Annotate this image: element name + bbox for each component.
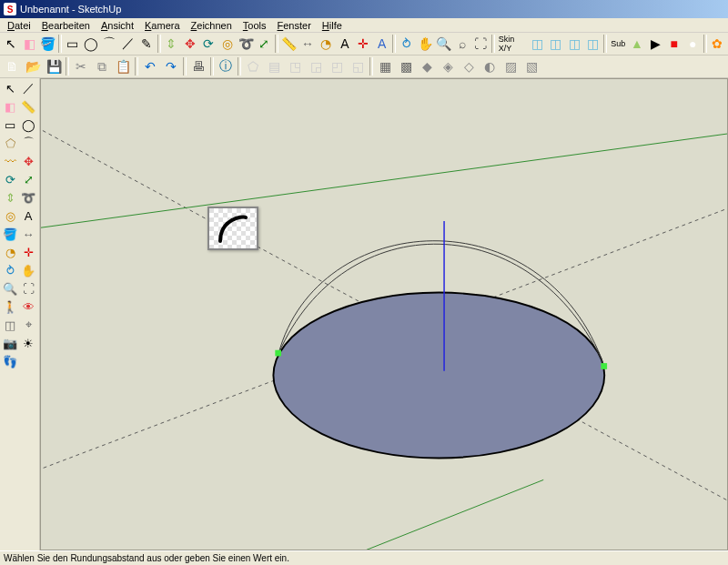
front-button[interactable]: ◳ xyxy=(285,56,305,76)
offset-button[interactable]: ◎ xyxy=(218,34,236,54)
undo-button[interactable]: ↶ xyxy=(140,56,160,76)
push-pull-button[interactable]: ⇕ xyxy=(163,34,180,54)
freehand-button[interactable]: ✎ xyxy=(138,34,156,54)
open-file-button[interactable]: 📂 xyxy=(23,56,43,76)
cut-button[interactable]: ✂ xyxy=(71,56,91,76)
scale-tool[interactable]: ⤢ xyxy=(19,170,37,188)
zoom-window-button[interactable]: ⌕ xyxy=(453,34,470,54)
orbit-button[interactable]: ⥁ xyxy=(398,34,415,54)
line-button[interactable]: ／ xyxy=(119,34,136,54)
pan-button[interactable]: ✋ xyxy=(416,34,433,54)
menu-fenster[interactable]: Fenster xyxy=(272,20,317,31)
walk-tool[interactable]: 🚶 xyxy=(1,298,19,316)
3dtext-button[interactable]: A xyxy=(373,34,390,54)
model-face-circle[interactable] xyxy=(273,293,604,459)
menu-datei[interactable]: Datei xyxy=(2,20,36,31)
zoom-ext-tool[interactable]: ⛶ xyxy=(19,279,37,298)
viewport-3d[interactable] xyxy=(40,78,728,550)
plugin-gear-icon: ✿ xyxy=(712,36,723,51)
sub-3-button[interactable]: ■ xyxy=(665,34,682,54)
offset-tool[interactable]: ◎ xyxy=(1,207,19,225)
freehand-tool[interactable]: 〰 xyxy=(1,152,19,170)
iso-button[interactable]: ⬠ xyxy=(243,56,263,76)
position-tool[interactable]: ⌖ xyxy=(19,316,37,334)
eraser-tool[interactable]: ◧ xyxy=(1,97,19,116)
protractor-tool[interactable]: ◔ xyxy=(1,243,19,261)
move-tool[interactable]: ✥ xyxy=(19,152,37,170)
style3-button[interactable]: ▧ xyxy=(521,56,541,76)
rectangle-button[interactable]: ▭ xyxy=(64,34,81,54)
footprints-tool[interactable]: 👣 xyxy=(1,352,19,370)
dim-tool[interactable]: ↔ xyxy=(19,225,37,243)
protractor-button[interactable]: ◔ xyxy=(318,34,335,54)
select-arrow-button[interactable]: ↖ xyxy=(2,34,19,54)
camera-tool[interactable]: 📷 xyxy=(1,334,19,352)
scale-button[interactable]: ⤢ xyxy=(256,34,273,54)
sub-4-button[interactable]: ● xyxy=(683,34,701,54)
paint-tool[interactable]: 🪣 xyxy=(1,225,19,243)
back-button[interactable]: ◰ xyxy=(327,56,347,76)
tape-button[interactable]: 📏 xyxy=(280,34,298,54)
model-info-button[interactable]: ⓘ xyxy=(216,56,236,76)
zoom-tool[interactable]: 🔍 xyxy=(1,279,19,298)
axes-tool[interactable]: ✛ xyxy=(19,243,37,261)
menu-bearbeiten[interactable]: Bearbeiten xyxy=(36,20,96,31)
arc-tool[interactable]: ⌒ xyxy=(19,134,37,152)
hidden-line-button[interactable]: ▩ xyxy=(396,56,416,76)
poly-tool[interactable]: ⬠ xyxy=(1,134,19,152)
left-button[interactable]: ◱ xyxy=(348,56,368,76)
skin-2-button[interactable]: ◫ xyxy=(547,34,564,54)
rotate-tool[interactable]: ⟳ xyxy=(1,170,19,188)
shaded-button[interactable]: ◆ xyxy=(417,56,437,76)
copy-button[interactable]: ⧉ xyxy=(92,56,112,76)
redo-button[interactable]: ↷ xyxy=(161,56,181,76)
sub-2-button[interactable]: ▶ xyxy=(647,34,664,54)
menu-zeichnen[interactable]: Zeichnen xyxy=(186,20,238,31)
xray-button[interactable]: ◇ xyxy=(459,56,479,76)
move-button[interactable]: ✥ xyxy=(181,34,198,54)
right-button[interactable]: ◲ xyxy=(306,56,326,76)
skin-1-button[interactable]: ◫ xyxy=(529,34,546,54)
look-tool[interactable]: 👁 xyxy=(19,298,37,316)
new-file-button[interactable]: 🗎 xyxy=(2,56,22,76)
text-button[interactable]: A xyxy=(336,34,353,54)
sub-1-button[interactable]: ▲ xyxy=(628,34,645,54)
section-tool[interactable]: ◫ xyxy=(1,316,19,334)
dimension-button[interactable]: ↔ xyxy=(298,34,316,54)
text-tool[interactable]: A xyxy=(19,207,37,225)
line-tool[interactable]: ／ xyxy=(19,79,37,97)
style2-button[interactable]: ▨ xyxy=(500,56,521,76)
rect-tool[interactable]: ▭ xyxy=(1,116,19,134)
eraser-button[interactable]: ◧ xyxy=(20,34,37,54)
arc-button[interactable]: ⌒ xyxy=(101,34,118,54)
shadows-tool[interactable]: ☀ xyxy=(19,334,37,352)
menu-ansicht[interactable]: Ansicht xyxy=(96,20,139,31)
skin-4-button[interactable]: ◫ xyxy=(584,34,602,54)
skin-3-button[interactable]: ◫ xyxy=(566,34,583,54)
follow-tool[interactable]: ➰ xyxy=(19,188,37,207)
rotate-button[interactable]: ⟳ xyxy=(200,34,217,54)
circle-tool[interactable]: ◯ xyxy=(19,116,37,134)
tape-tool[interactable]: 📏 xyxy=(19,97,37,116)
orbit-tool[interactable]: ⥁ xyxy=(1,261,19,279)
plugin-gear-button[interactable]: ✿ xyxy=(709,34,726,54)
monochrome-button[interactable]: ◐ xyxy=(480,56,500,76)
pan-tool[interactable]: ✋ xyxy=(19,261,37,279)
shaded-tex-button[interactable]: ◈ xyxy=(438,56,458,76)
menu-hilfe[interactable]: Hilfe xyxy=(317,20,348,31)
save-file-button[interactable]: 💾 xyxy=(44,56,64,76)
zoom-extents-button[interactable]: ⛶ xyxy=(472,34,490,54)
select-tool[interactable]: ↖ xyxy=(1,79,19,97)
menu-tools[interactable]: Tools xyxy=(238,20,272,31)
print-button[interactable]: 🖶 xyxy=(188,56,208,76)
push-tool[interactable]: ⇕ xyxy=(1,188,19,207)
circle-button[interactable]: ◯ xyxy=(82,34,99,54)
zoom-button[interactable]: 🔍 xyxy=(435,34,452,54)
paint-bucket-button[interactable]: 🪣 xyxy=(39,34,56,54)
axes-button[interactable]: ✛ xyxy=(355,34,372,54)
wireframe-button[interactable]: ▦ xyxy=(375,56,395,76)
paste-button[interactable]: 📋 xyxy=(113,56,133,76)
follow-me-button[interactable]: ➰ xyxy=(237,34,254,54)
top-button[interactable]: ▤ xyxy=(264,56,284,76)
menu-kamera[interactable]: Kamera xyxy=(139,20,186,31)
